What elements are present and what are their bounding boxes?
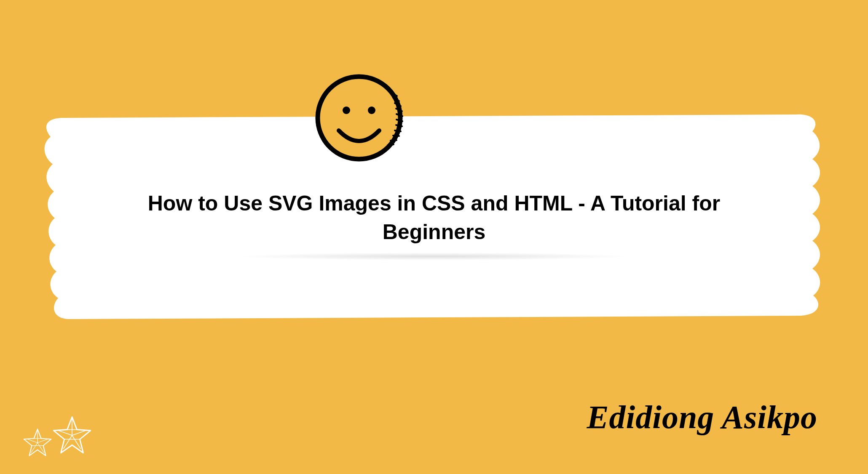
svg-point-12 <box>343 107 350 114</box>
author-name: Edidiong Asikpo <box>587 398 817 436</box>
smiley-icon <box>312 67 407 164</box>
svg-line-8 <box>395 130 401 131</box>
svg-line-10 <box>391 140 396 141</box>
svg-line-11 <box>388 144 394 145</box>
svg-line-9 <box>393 136 399 136</box>
stars-icon <box>23 407 112 466</box>
title-container: How to Use SVG Images in CSS and HTML - … <box>105 189 763 246</box>
page-title: How to Use SVG Images in CSS and HTML - … <box>105 189 763 246</box>
svg-point-0 <box>318 77 400 159</box>
svg-point-13 <box>368 107 375 114</box>
